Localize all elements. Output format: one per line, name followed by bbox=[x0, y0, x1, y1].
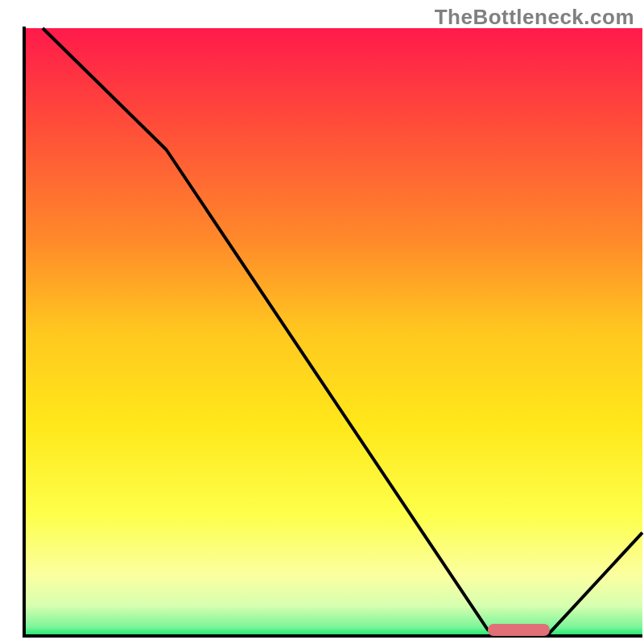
bottleneck-chart bbox=[0, 0, 644, 644]
optimal-range-marker bbox=[488, 624, 550, 636]
watermark-text: TheBottleneck.com bbox=[435, 5, 634, 30]
chart-container: TheBottleneck.com bbox=[0, 0, 644, 644]
plot-area-background bbox=[24, 28, 642, 636]
